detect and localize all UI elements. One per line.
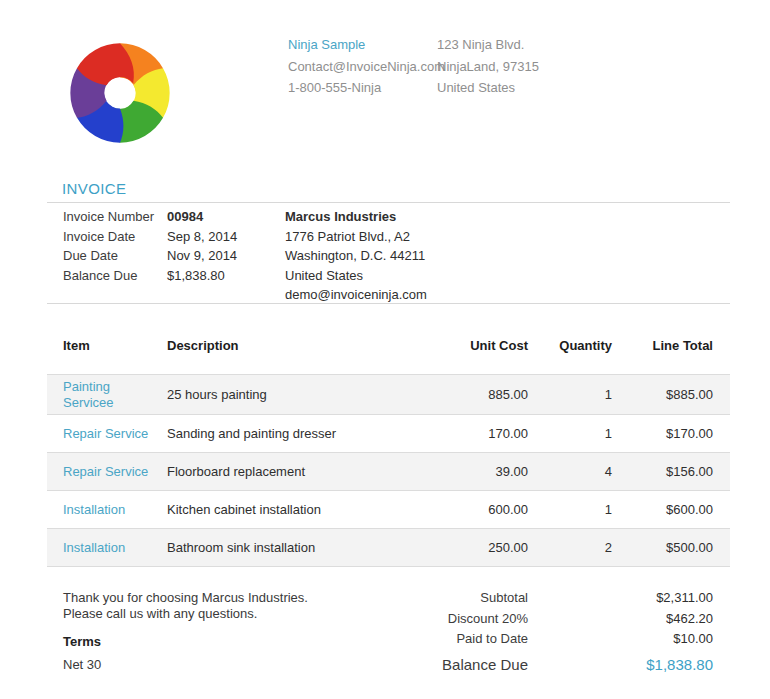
discount-row: Discount 20% $462.20 (340, 611, 713, 626)
note-line-2: Please call us with any questions. (63, 606, 383, 622)
invoice-page: Ninja Sample Contact@InvoiceNinja.com 1-… (0, 0, 770, 699)
quantity-cell: 2 (528, 529, 612, 567)
terms-value: Net 30 (63, 657, 101, 672)
line-total-cell: $170.00 (612, 415, 730, 453)
balance-due-label: Balance Due (63, 266, 154, 286)
table-row: Installation Bathroom sink installation … (47, 529, 730, 567)
company-address-block: 123 Ninja Blvd. NinjaLand, 97315 United … (437, 34, 539, 99)
table-row: Repair Service Floorboard replacement 39… (47, 453, 730, 491)
invoice-meta-values: 00984 Sep 8, 2014 Nov 9, 2014 $1,838.80 (167, 207, 237, 285)
item-cell: Repair Service (47, 453, 167, 491)
invoice-date-label: Invoice Date (63, 227, 154, 247)
description-cell: Sanding and painting dresser (167, 415, 397, 453)
company-address-line2: NinjaLand, 97315 (437, 56, 539, 78)
invoice-number-value: 00984 (167, 207, 237, 227)
due-date-value: Nov 9, 2014 (167, 246, 237, 266)
table-header-row: Item Description Unit Cost Quantity Line… (47, 331, 730, 375)
item-cell: Repair Service (47, 415, 167, 453)
description-cell: Kitchen cabinet installation (167, 491, 397, 529)
discount-label: Discount 20% (340, 611, 528, 626)
company-name-link[interactable]: Ninja Sample (288, 37, 365, 52)
discount-value: $462.20 (528, 611, 713, 626)
unit-cost-cell: 170.00 (397, 415, 528, 453)
quantity-cell: 1 (528, 375, 612, 415)
invoice-notes: Thank you for choosing Marcus Industries… (63, 590, 383, 622)
table-row: Painting Servicee 25 hours painting 885.… (47, 375, 730, 415)
divider-top (47, 202, 730, 203)
item-cell: Painting Servicee (47, 375, 167, 415)
line-total-cell: $600.00 (612, 491, 730, 529)
unit-cost-cell: 600.00 (397, 491, 528, 529)
totals-block: Subtotal $2,311.00 Discount 20% $462.20 … (340, 590, 713, 679)
company-contact-block: Ninja Sample Contact@InvoiceNinja.com 1-… (288, 34, 445, 99)
subtotal-label: Subtotal (340, 590, 528, 605)
client-name: Marcus Industries (285, 207, 427, 227)
subtotal-row: Subtotal $2,311.00 (340, 590, 713, 605)
quantity-cell: 1 (528, 415, 612, 453)
item-link[interactable]: Repair Service (63, 426, 148, 441)
quantity-cell: 1 (528, 491, 612, 529)
line-items-table: Item Description Unit Cost Quantity Line… (47, 331, 730, 567)
client-block: Marcus Industries 1776 Patriot Blvd., A2… (285, 207, 427, 305)
balance-due-total-label: Balance Due (340, 656, 528, 673)
balance-due-total-value: $1,838.80 (528, 656, 713, 673)
table-row: Repair Service Sanding and painting dres… (47, 415, 730, 453)
unit-cost-cell: 39.00 (397, 453, 528, 491)
col-header-quantity: Quantity (528, 331, 612, 375)
client-address-line2: Washington, D.C. 44211 (285, 246, 427, 266)
line-total-cell: $500.00 (612, 529, 730, 567)
subtotal-value: $2,311.00 (528, 590, 713, 605)
item-cell: Installation (47, 491, 167, 529)
item-link[interactable]: Painting Servicee (63, 379, 114, 410)
description-cell: Floorboard replacement (167, 453, 397, 491)
table-row: Installation Kitchen cabinet installatio… (47, 491, 730, 529)
invoice-date-value: Sep 8, 2014 (167, 227, 237, 247)
col-header-unit-cost: Unit Cost (397, 331, 528, 375)
item-link[interactable]: Installation (63, 502, 125, 517)
client-email: demo@invoiceninja.com (285, 285, 427, 305)
company-address-line1: 123 Ninja Blvd. (437, 34, 539, 56)
invoice-meta-labels: Invoice Number Invoice Date Due Date Bal… (63, 207, 154, 285)
description-cell: 25 hours painting (167, 375, 397, 415)
terms-heading: Terms (63, 634, 101, 649)
company-email: Contact@InvoiceNinja.com (288, 56, 445, 78)
unit-cost-cell: 250.00 (397, 529, 528, 567)
col-header-item: Item (47, 331, 167, 375)
invoice-title: INVOICE (62, 180, 126, 197)
company-phone: 1-800-555-Ninja (288, 77, 445, 99)
paid-to-date-value: $10.00 (528, 631, 713, 646)
invoice-number-label: Invoice Number (63, 207, 154, 227)
col-header-line-total: Line Total (612, 331, 730, 375)
item-cell: Installation (47, 529, 167, 567)
invoice-ninja-logo (66, 38, 174, 148)
col-header-description: Description (167, 331, 397, 375)
aperture-swirl-icon (66, 38, 174, 148)
paid-to-date-row: Paid to Date $10.00 (340, 631, 713, 646)
client-address-line3: United States (285, 266, 427, 286)
item-link[interactable]: Installation (63, 540, 125, 555)
line-total-cell: $156.00 (612, 453, 730, 491)
note-line-1: Thank you for choosing Marcus Industries… (63, 590, 383, 606)
company-address-line3: United States (437, 77, 539, 99)
balance-due-row: Balance Due $1,838.80 (340, 656, 713, 673)
client-address-line1: 1776 Patriot Blvd., A2 (285, 227, 427, 247)
paid-to-date-label: Paid to Date (340, 631, 528, 646)
description-cell: Bathroom sink installation (167, 529, 397, 567)
balance-due-value: $1,838.80 (167, 266, 237, 286)
quantity-cell: 4 (528, 453, 612, 491)
item-link[interactable]: Repair Service (63, 464, 148, 479)
unit-cost-cell: 885.00 (397, 375, 528, 415)
line-total-cell: $885.00 (612, 375, 730, 415)
due-date-label: Due Date (63, 246, 154, 266)
